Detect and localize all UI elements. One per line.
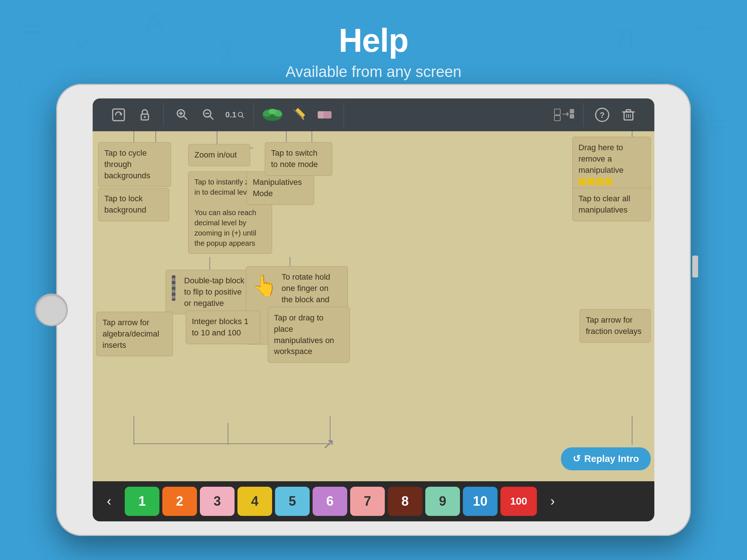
manipulatives-button[interactable] [261, 103, 284, 127]
help-box-double-tap: Double-tap block to flip to positive or … [166, 270, 257, 314]
svg-rect-22 [554, 109, 560, 115]
ipad-screen: 0.1 [93, 98, 654, 521]
tab-prev-button[interactable]: ‹ [96, 487, 122, 516]
tab-2-label: 2 [176, 494, 183, 509]
page-header: Help Available from any screen [0, 0, 747, 95]
pencil-button[interactable] [287, 103, 310, 127]
tab-4-label: 4 [251, 494, 258, 509]
help-box-note-mode: Tap to switch to note mode [265, 142, 332, 176]
bottom-arrow-icon: ↗ [322, 435, 335, 452]
zoom-in-button[interactable] [171, 103, 194, 127]
tab-100-label: 100 [510, 495, 527, 507]
tab-3-label: 3 [213, 494, 221, 509]
svg-point-16 [268, 109, 276, 114]
help-box-cycle: Tap to cycle through backgrounds [98, 142, 171, 187]
help-box-manip-mode: Manipulatives Mode [247, 171, 314, 205]
tab-2[interactable]: 2 [162, 487, 197, 516]
ipad-home-button[interactable] [35, 293, 68, 326]
svg-line-12 [242, 116, 244, 118]
zoom-decimal-button[interactable]: 0.1 [223, 103, 247, 127]
toolbar: 0.1 [93, 98, 654, 131]
toolbar-group-grid [546, 103, 584, 127]
help-box-integer: Integer blocks 1 to 10 and 100 [186, 311, 260, 344]
hand-gesture-icon: 👆 [252, 272, 277, 300]
help-box-lock: Tap to lock background [98, 188, 169, 221]
tab-7[interactable]: 7 [350, 487, 385, 516]
replay-label: Replay Intro [584, 453, 639, 464]
zoom-decimal-label: 0.1 [225, 110, 237, 120]
tab-8-label: 8 [401, 494, 409, 509]
yellow-dot-4 [605, 178, 612, 185]
tab-8[interactable]: 8 [388, 487, 422, 516]
connector-bottom-mid [228, 423, 228, 445]
yellow-dots [578, 178, 645, 185]
tab-next-button[interactable]: › [540, 487, 565, 516]
toolbar-group-help-trash: ? [584, 103, 647, 127]
tab-1-label: 1 [138, 494, 146, 509]
connector-double-tap [209, 257, 210, 272]
prev-icon: ‹ [107, 494, 111, 509]
tab-9-label: 9 [439, 494, 446, 509]
trash-button[interactable] [617, 103, 640, 127]
tab-5[interactable]: 5 [275, 487, 310, 516]
replay-intro-button[interactable]: ↺ Replay Intro [561, 447, 651, 470]
int-block-icon [172, 275, 175, 301]
tab-1[interactable]: 1 [125, 487, 159, 516]
connector-bottom-right [632, 416, 632, 445]
svg-rect-0 [113, 109, 124, 121]
replay-icon: ↺ [573, 453, 581, 464]
help-box-clear-manip: Tap to clear all manipulatives [572, 188, 651, 221]
page-title: Help [0, 22, 747, 59]
tab-9[interactable]: 9 [425, 487, 460, 516]
eraser-button[interactable] [313, 103, 337, 127]
connector-bottom-left [133, 416, 134, 445]
svg-text:?: ? [600, 110, 604, 120]
tab-6-label: 6 [326, 494, 333, 509]
svg-marker-26 [567, 112, 569, 116]
tab-5-label: 5 [289, 494, 296, 509]
yellow-dot-2 [587, 178, 595, 185]
toolbar-group-undo [100, 103, 164, 127]
page-subtitle: Available from any screen [0, 63, 747, 81]
tab-10[interactable]: 10 [463, 487, 498, 516]
svg-rect-33 [626, 110, 631, 112]
yellow-dot-1 [578, 178, 586, 185]
yellow-dot-3 [596, 178, 603, 185]
lock-button[interactable] [133, 103, 156, 127]
help-button[interactable]: ? [591, 103, 614, 127]
tab-6[interactable]: 6 [313, 487, 347, 516]
toolbar-group-manip [254, 103, 344, 127]
main-content: Tap to cycle through backgrounds Tap to … [93, 131, 654, 481]
refresh-button[interactable] [107, 103, 130, 127]
ipad-side-button [692, 256, 698, 277]
tab-4[interactable]: 4 [237, 487, 272, 516]
svg-line-7 [183, 116, 187, 119]
next-icon: › [550, 494, 555, 509]
tab-7-label: 7 [364, 494, 371, 509]
help-box-place: Tap or drag to place manipulatives on wo… [268, 307, 350, 363]
svg-rect-28 [570, 114, 574, 118]
help-box-fraction: Tap arrow for fraction ovelays [580, 309, 651, 343]
svg-rect-23 [554, 116, 560, 121]
grid-layout-button[interactable] [553, 103, 576, 127]
svg-line-10 [210, 116, 213, 119]
ipad-frame: 0.1 [56, 84, 691, 536]
tab-3[interactable]: 3 [200, 487, 235, 516]
toolbar-group-zoom: 0.1 [164, 103, 254, 127]
tab-100[interactable]: 100 [500, 487, 537, 516]
tab-10-label: 10 [473, 494, 487, 509]
zoom-out-button[interactable] [197, 103, 220, 127]
svg-point-3 [144, 116, 146, 118]
help-box-zoom: Zoom in/out [188, 144, 250, 166]
svg-rect-27 [570, 109, 574, 113]
help-box-drag-remove: Drag here to remove a manipulative [572, 137, 651, 191]
tab-bar: ‹ 1 2 3 4 5 6 7 8 [93, 481, 654, 521]
svg-rect-21 [318, 111, 324, 118]
help-box-algebra: Tap arrow for algebra/decimal inserts [96, 312, 173, 356]
connector-bottom-h [133, 443, 330, 444]
